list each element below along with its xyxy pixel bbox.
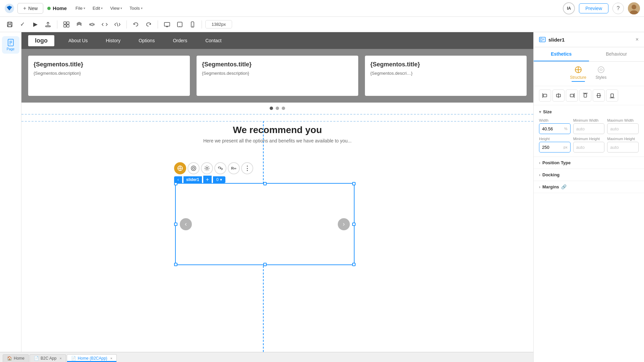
margins-row[interactable]: › Margins 🔗 [534, 181, 644, 193]
svg-rect-15 [164, 22, 170, 26]
height-fields-row: Height px Minimum Height auto Maximum He… [539, 137, 639, 153]
panel-element-name: slider1 [548, 37, 565, 43]
resize-handle-bot-mid[interactable] [263, 263, 267, 266]
align-center-v-button[interactable] [593, 89, 605, 102]
min-height-input-container: auto [573, 142, 605, 153]
resize-handle-left-mid[interactable] [174, 223, 177, 226]
connect-button[interactable] [86, 19, 98, 30]
edit-menu[interactable]: Edit▾ [89, 4, 106, 13]
layers-button[interactable] [73, 19, 85, 30]
subtab-styles[interactable]: Styles [594, 66, 608, 82]
min-height-placeholder: auto [576, 145, 585, 150]
resize-handle-right-mid[interactable] [352, 223, 356, 226]
height-input[interactable] [542, 145, 562, 150]
mockup-nav-orders[interactable]: Orders [169, 35, 191, 46]
structure-tool-button[interactable] [174, 162, 186, 174]
panel-title-icon [539, 36, 546, 43]
sidebar-item-page[interactable]: Page [2, 36, 19, 54]
responsive-tool-button[interactable]: R∞ [228, 162, 240, 174]
back-chevron-icon: ‹ [177, 177, 179, 182]
tablet-view-button[interactable] [174, 19, 185, 30]
docking-row[interactable]: › Docking [534, 169, 644, 181]
align-left-button[interactable] [539, 89, 551, 102]
b2c-tab-label: B2C App [41, 356, 56, 361]
resize-handle-bot-left[interactable] [174, 263, 177, 266]
play-button[interactable]: ▶ [30, 19, 41, 30]
recommend-section: We recommend you Here we present all the… [21, 114, 533, 160]
align-right-button[interactable] [566, 89, 578, 102]
components-button[interactable] [61, 19, 72, 30]
tab-home[interactable]: 🏠 Home [3, 354, 29, 362]
edit-arrow-icon: ▾ [101, 6, 103, 10]
align-bottom-button[interactable] [606, 89, 618, 102]
mobile-view-button[interactable] [187, 19, 198, 30]
resize-handle-top-right[interactable] [352, 182, 356, 185]
size-section-header[interactable]: ▾ Size [539, 109, 639, 114]
home-tab-icon: 🏠 [7, 356, 12, 361]
dot-3[interactable] [282, 107, 285, 110]
margins-label: Margins [542, 184, 559, 189]
tab-b2c-app[interactable]: 📄 B2C App × [30, 354, 66, 362]
tab-home-b2capp[interactable]: 📄 Home (B2CApp) × [67, 354, 117, 362]
b2c-tab-close[interactable]: × [59, 356, 61, 360]
ia-button[interactable]: IA [563, 2, 575, 14]
resize-handle-top-mid[interactable] [263, 182, 267, 185]
home-b2c-tab-close[interactable]: × [110, 356, 112, 360]
subtab-structure[interactable]: Structure [570, 66, 586, 82]
width-display: 1382px [205, 20, 232, 28]
mockup-nav-about[interactable]: About Us [64, 35, 92, 46]
save-button[interactable] [4, 19, 15, 30]
redo-button[interactable] [143, 19, 154, 30]
preview-button[interactable]: Preview [579, 3, 608, 13]
settings-tool-button[interactable] [201, 162, 213, 174]
resize-handle-bot-right[interactable] [352, 263, 356, 266]
tab-behaviour[interactable]: Behaviour [589, 47, 644, 61]
svg-point-2 [632, 5, 636, 9]
help-button[interactable]: ? [612, 3, 624, 14]
check-button[interactable]: ✓ [17, 19, 28, 30]
position-type-row[interactable]: › Position Type [534, 157, 644, 169]
breadcrumb-zero-dropdown[interactable]: 0 ▾ [213, 176, 225, 183]
recommend-title: We recommend you [48, 125, 506, 135]
desktop-view-button[interactable] [161, 19, 173, 30]
slider-next-button[interactable]: › [338, 218, 350, 230]
svg-rect-41 [543, 94, 547, 97]
file-menu[interactable]: File▾ [72, 4, 89, 13]
size-collapse-chevron-icon: ▾ [539, 110, 541, 114]
divider-3 [158, 20, 158, 28]
user-avatar[interactable] [628, 2, 640, 14]
panel-main-tabs: Esthetics Behaviour [534, 47, 644, 62]
view-menu[interactable]: View▾ [107, 4, 125, 13]
dot-1[interactable] [270, 107, 273, 110]
export-button[interactable] [42, 19, 54, 30]
link-tool-button[interactable] [214, 162, 226, 174]
align-top-button[interactable] [579, 89, 591, 102]
slider-selected-element[interactable]: ‹ › [175, 183, 355, 265]
tools-menu[interactable]: Tools▾ [126, 4, 146, 13]
mockup-nav-options[interactable]: Options [135, 35, 159, 46]
undo-button[interactable] [130, 19, 142, 30]
home-tab-label: Home [14, 356, 24, 361]
slider-prev-button[interactable]: ‹ [180, 218, 192, 230]
more-tool-button[interactable]: ⋮ [241, 162, 253, 174]
max-width-field-group: Maximum Width auto [607, 118, 639, 134]
bottom-tab-bar: 🏠 Home 📄 B2C App × 📄 Home (B2CApp) × [0, 352, 533, 362]
min-width-field-group: Minimum Width auto [573, 118, 605, 134]
source-button[interactable] [112, 19, 123, 30]
max-width-label: Maximum Width [607, 118, 639, 122]
width-input[interactable] [542, 126, 563, 131]
breadcrumb-back-button[interactable]: ‹ [174, 176, 182, 183]
color-tool-button[interactable] [187, 162, 200, 174]
close-panel-button[interactable]: × [636, 37, 639, 43]
element-breadcrumb: ‹ slider1 + 0 ▾ [174, 176, 225, 184]
mockup-nav-history[interactable]: History [102, 35, 125, 46]
new-button[interactable]: + New [17, 3, 43, 14]
width-unit: % [564, 127, 568, 131]
breadcrumb-add-button[interactable]: + [203, 176, 212, 184]
file-arrow-icon: ▾ [84, 6, 85, 10]
code-block-button[interactable] [99, 19, 110, 30]
dot-2[interactable] [276, 107, 279, 110]
tab-esthetics[interactable]: Esthetics [534, 47, 589, 61]
mockup-nav-contact[interactable]: Contact [201, 35, 225, 46]
align-center-h-button[interactable] [552, 89, 565, 102]
